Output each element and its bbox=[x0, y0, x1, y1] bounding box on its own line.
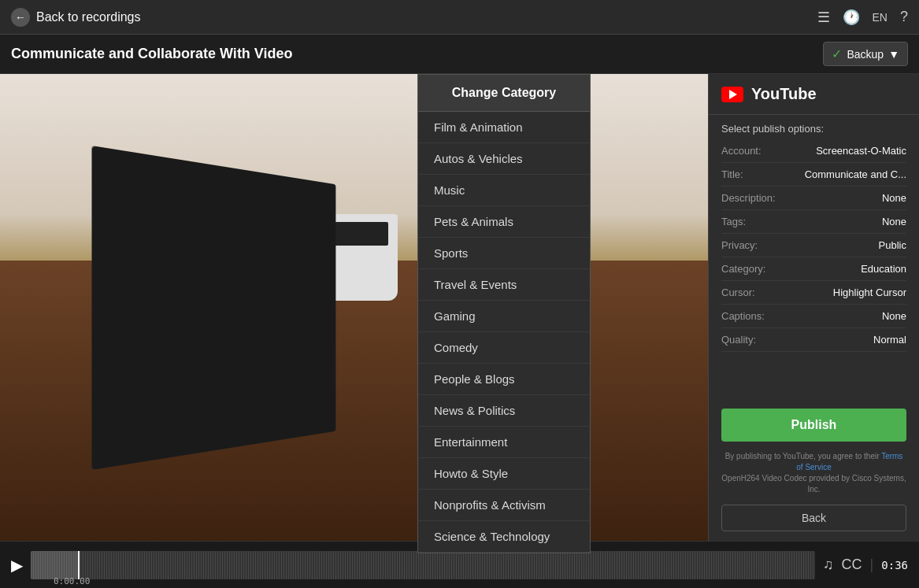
category-header: Change Category bbox=[418, 75, 590, 112]
backup-button[interactable]: ✓ Backup ▼ bbox=[823, 42, 908, 66]
category-pets-animals[interactable]: Pets & Animals bbox=[418, 206, 590, 238]
category-autos-vehicles[interactable]: Autos & Vehicles bbox=[418, 143, 590, 175]
tags-label: Tags: bbox=[721, 216, 746, 227]
cursor-value[interactable]: Highlight Cursor bbox=[833, 287, 906, 298]
play-button[interactable]: ▶ bbox=[11, 556, 23, 575]
field-description: Description: None bbox=[721, 187, 906, 210]
cursor-label: Cursor: bbox=[721, 287, 755, 298]
back-button[interactable]: Back bbox=[721, 505, 906, 531]
field-title: Title: Communicate and C... bbox=[721, 163, 906, 187]
field-quality: Quality: Normal bbox=[721, 328, 906, 352]
field-account: Account: Screencast-O-Matic bbox=[721, 139, 906, 163]
back-label: Back to recordings bbox=[36, 10, 141, 24]
field-privacy: Privacy: Public bbox=[721, 234, 906, 257]
youtube-logo-icon bbox=[721, 87, 743, 102]
field-category: Category: Education bbox=[721, 257, 906, 281]
time-total: 0:36 bbox=[881, 559, 908, 571]
captions-label: Captions: bbox=[721, 310, 765, 322]
category-music[interactable]: Music bbox=[418, 175, 590, 206]
category-dropdown: Change Category Film & Animation Autos &… bbox=[417, 74, 591, 553]
category-people-blogs[interactable]: People & Blogs bbox=[418, 364, 590, 395]
youtube-title: YouTube bbox=[751, 85, 817, 103]
youtube-panel: YouTube Select publish options: Account:… bbox=[708, 74, 919, 541]
category-value[interactable]: Education bbox=[861, 263, 906, 275]
divider: | bbox=[870, 557, 874, 573]
account-label: Account: bbox=[721, 145, 762, 157]
category-label: Category: bbox=[721, 263, 765, 275]
top-bar: ← Back to recordings ☰ 🕐 EN ? bbox=[0, 0, 919, 35]
bottom-right-controls: ♫ CC | 0:36 bbox=[823, 557, 908, 573]
category-entertainment[interactable]: Entertainment bbox=[418, 427, 590, 458]
youtube-subtitle: Select publish options: bbox=[709, 115, 919, 139]
quality-value[interactable]: Normal bbox=[873, 334, 906, 346]
category-nonprofits-activism[interactable]: Nonprofits & Activism bbox=[418, 490, 590, 521]
quality-label: Quality: bbox=[721, 334, 756, 346]
cup-decoration bbox=[319, 214, 398, 301]
check-icon: ✓ bbox=[832, 46, 842, 61]
timeline-progress bbox=[31, 551, 78, 579]
field-cursor: Cursor: Highlight Cursor bbox=[721, 281, 906, 305]
category-gaming[interactable]: Gaming bbox=[418, 301, 590, 332]
title-value[interactable]: Communicate and C... bbox=[805, 168, 906, 180]
youtube-fields: Account: Screencast-O-Matic Title: Commu… bbox=[709, 139, 919, 399]
title-label: Title: bbox=[721, 168, 743, 180]
captions-value[interactable]: None bbox=[882, 310, 906, 322]
privacy-label: Privacy: bbox=[721, 239, 758, 251]
timestamp: 0:00.00 bbox=[54, 576, 90, 586]
youtube-header: YouTube bbox=[709, 74, 919, 115]
timeline[interactable] bbox=[31, 551, 815, 579]
video-thumbnail bbox=[0, 74, 708, 541]
video-area bbox=[0, 74, 708, 541]
video-title: Communicate and Collaborate With Video bbox=[11, 46, 293, 62]
tags-value[interactable]: None bbox=[882, 216, 906, 227]
waveform bbox=[31, 551, 815, 579]
top-bar-right: ☰ 🕐 EN ? bbox=[817, 9, 908, 26]
back-to-recordings-btn[interactable]: ← Back to recordings bbox=[11, 8, 141, 27]
category-film-animation[interactable]: Film & Animation bbox=[418, 112, 590, 143]
backup-chevron-icon: ▼ bbox=[888, 48, 899, 61]
checklist-icon[interactable]: ☰ bbox=[817, 9, 830, 26]
account-value[interactable]: Screencast-O-Matic bbox=[816, 145, 906, 157]
language-selector[interactable]: EN bbox=[873, 11, 888, 24]
category-news-politics[interactable]: News & Politics bbox=[418, 395, 590, 427]
tos-text: By publishing to YouTube, you agree to t… bbox=[709, 448, 919, 498]
timeline-thumb bbox=[78, 551, 80, 579]
field-captions: Captions: None bbox=[721, 305, 906, 328]
title-bar: Communicate and Collaborate With Video ✓… bbox=[0, 35, 919, 74]
captions-icon[interactable]: CC bbox=[842, 557, 862, 573]
time-display: 0:36 bbox=[881, 559, 908, 571]
main-content: Change Category Film & Animation Autos &… bbox=[0, 74, 919, 541]
privacy-value[interactable]: Public bbox=[879, 239, 906, 251]
category-howto-style[interactable]: Howto & Style bbox=[418, 458, 590, 490]
back-arrow-icon: ← bbox=[11, 8, 30, 27]
history-icon[interactable]: 🕐 bbox=[843, 9, 860, 26]
category-comedy[interactable]: Comedy bbox=[418, 332, 590, 364]
field-tags: Tags: None bbox=[721, 210, 906, 234]
description-label: Description: bbox=[721, 192, 776, 204]
help-icon[interactable]: ? bbox=[900, 9, 908, 25]
category-sports[interactable]: Sports bbox=[418, 238, 590, 269]
music-icon[interactable]: ♫ bbox=[823, 557, 834, 573]
publish-button[interactable]: Publish bbox=[721, 409, 906, 442]
category-travel-events[interactable]: Travel & Events bbox=[418, 269, 590, 301]
description-value[interactable]: None bbox=[882, 192, 906, 204]
backup-label: Backup bbox=[847, 48, 884, 61]
category-science-technology[interactable]: Science & Technology bbox=[418, 521, 590, 553]
